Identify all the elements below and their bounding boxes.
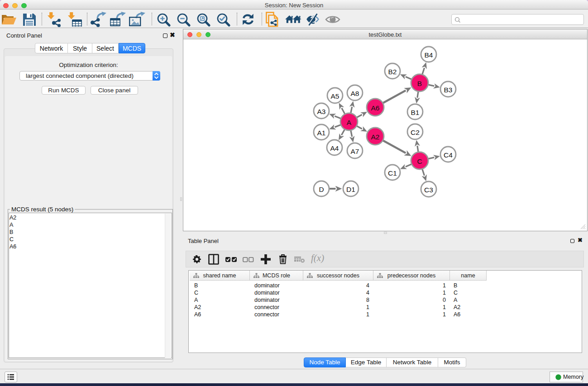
svg-text:B1: B1 [411,109,420,116]
svg-text:A1: A1 [317,129,326,137]
svg-text:C1: C1 [388,169,397,177]
svg-text:A3: A3 [317,108,326,115]
svg-text:A: A [347,119,352,126]
svg-text:A7: A7 [351,148,359,155]
svg-text:B3: B3 [444,86,453,94]
svg-text:A4: A4 [330,144,339,152]
svg-text:D1: D1 [346,186,355,193]
svg-text:B4: B4 [425,51,433,59]
svg-text:C2: C2 [411,129,420,136]
svg-text:A6: A6 [371,104,380,112]
svg-text:A2: A2 [371,133,380,141]
svg-text:D: D [319,186,324,193]
svg-text:C3: C3 [424,186,433,194]
svg-text:C4: C4 [444,151,453,159]
svg-text:C: C [417,157,422,165]
svg-text:A8: A8 [351,90,359,97]
svg-text:A5: A5 [331,92,339,100]
svg-text:B2: B2 [388,68,397,76]
svg-text:B: B [417,80,422,87]
